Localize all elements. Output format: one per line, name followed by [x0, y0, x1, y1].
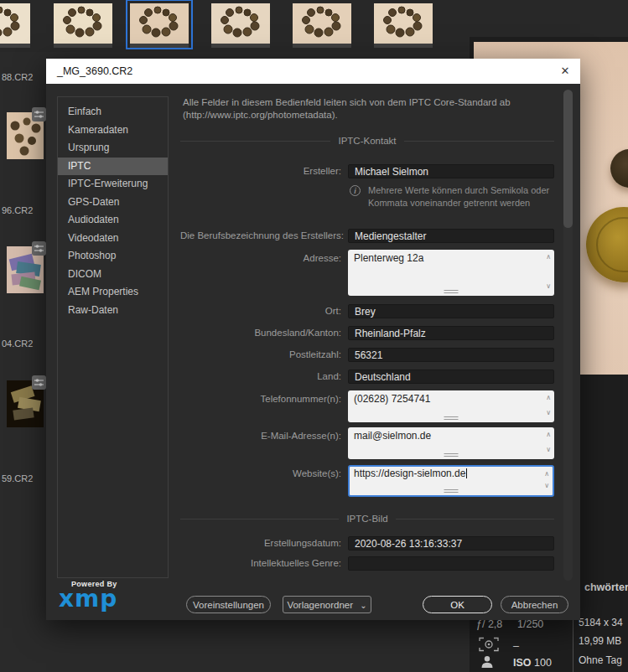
- website-textarea-focused[interactable]: https://design-sielmon.de ∧ ∨: [348, 465, 554, 497]
- filmstrip-thumbnail[interactable]: [54, 3, 112, 48]
- address-textarea[interactable]: Plenterweg 12a ∧ ∨: [348, 250, 554, 296]
- creation-date-label: Erstellungsdatum:: [180, 538, 341, 548]
- creator-label: Ersteller:: [180, 166, 341, 176]
- filmstrip-thumbnail[interactable]: [374, 3, 433, 48]
- filmstrip-thumbnail[interactable]: [0, 3, 30, 48]
- rail-thumbnail[interactable]: [7, 380, 44, 427]
- file-size: 19,99 MB: [579, 635, 621, 647]
- iso-readout: ISO 100: [513, 657, 552, 669]
- resize-grip[interactable]: [444, 416, 459, 420]
- scroll-up-icon[interactable]: ∧: [544, 468, 549, 480]
- resize-grip[interactable]: [444, 453, 459, 457]
- address-label: Adresse:: [180, 253, 341, 263]
- email-textarea[interactable]: mail@sielmon.de ∧ ∨: [348, 427, 554, 459]
- phone-textarea[interactable]: (02628) 7254741 ∧ ∨: [348, 390, 554, 422]
- scroll-down-icon[interactable]: ∨: [546, 407, 551, 419]
- nav-item-photoshop[interactable]: Photoshop: [58, 247, 168, 266]
- website-label: Website(s):: [180, 468, 341, 478]
- resize-grip[interactable]: [444, 489, 459, 493]
- scroll-up-icon[interactable]: ∧: [546, 392, 551, 404]
- image-dimensions: 5184 x 34: [579, 617, 623, 628]
- placard-divider: [573, 617, 574, 672]
- state-input[interactable]: [348, 326, 554, 340]
- cancel-button[interactable]: Abbrechen: [501, 596, 568, 613]
- job-title-input[interactable]: [348, 229, 554, 243]
- xmp-wordmark: xmp: [59, 588, 134, 610]
- template-folder-dropdown[interactable]: Vorlagenordner ⌄: [283, 596, 371, 613]
- scroll-down-icon[interactable]: ∨: [546, 444, 551, 456]
- gold-coin: [586, 207, 628, 282]
- phone-label: Telefonnummer(n):: [180, 394, 341, 404]
- scroll-down-icon[interactable]: ∨: [544, 480, 549, 492]
- dark-coin: [610, 149, 628, 188]
- scrollbar-thumb[interactable]: [563, 90, 573, 228]
- section-header-contact: IPTC-Kontakt: [180, 136, 554, 146]
- genre-label: Intellektuelles Genre:: [180, 558, 341, 568]
- metering-icon: [479, 637, 499, 655]
- postal-code-input[interactable]: [348, 348, 554, 362]
- filmstrip-thumbnail[interactable]: [211, 3, 270, 48]
- section-title: IPTC-Bild: [346, 514, 387, 524]
- file-name: 88.CR2: [2, 72, 33, 82]
- file-name: 04.CR2: [2, 339, 33, 349]
- close-icon[interactable]: ✕: [558, 64, 573, 79]
- nav-item-iptc-erweiterung[interactable]: IPTC-Erweiterung: [58, 175, 168, 194]
- file-name: 96.CR2: [2, 205, 33, 215]
- creation-date-input[interactable]: [348, 536, 554, 551]
- xmp-logo: Powered By xmp: [59, 580, 134, 610]
- scroll-down-icon[interactable]: ∨: [546, 281, 551, 292]
- panel-description: Alle Felder in diesem Bedienfeld leiten …: [183, 96, 555, 121]
- template-folder-label: Vorlagenordner: [287, 600, 353, 610]
- section-title: IPTC-Kontakt: [338, 136, 396, 146]
- nav-item-dicom[interactable]: DICOM: [58, 266, 168, 284]
- text-caret: [466, 468, 467, 478]
- iso-value: 100: [534, 657, 552, 669]
- resize-grip[interactable]: [444, 290, 459, 293]
- genre-input[interactable]: [348, 556, 554, 571]
- scroll-up-icon[interactable]: ∧: [546, 429, 551, 441]
- nav-item-ursprung[interactable]: Ursprung: [58, 139, 168, 158]
- nav-item-iptc[interactable]: IPTC: [58, 158, 168, 176]
- phone-value: (02628) 7254741: [354, 393, 430, 405]
- presets-button[interactable]: Voreinstellungen: [186, 596, 271, 613]
- country-label: Land:: [180, 371, 341, 381]
- email-value: mail@sielmon.de: [354, 430, 431, 442]
- filmstrip-thumbnail-selected[interactable]: [130, 3, 189, 48]
- develop-settings-badge-icon: [32, 107, 46, 121]
- person-icon: [480, 655, 494, 672]
- nav-item-videodaten[interactable]: Videodaten: [58, 230, 168, 248]
- content-rail: 88.CR2 96.CR2 04.CR2: [0, 52, 47, 672]
- nav-item-kameradaten[interactable]: Kameradaten: [58, 121, 168, 140]
- ok-button[interactable]: OK: [423, 596, 492, 613]
- develop-settings-badge-icon: [32, 241, 46, 256]
- filmstrip-thumbnail[interactable]: [293, 3, 351, 48]
- dialog-title: _MG_3690.CR2: [57, 65, 132, 77]
- multi-value-note: Mehrere Werte können durch Semikola oder…: [368, 184, 556, 209]
- nav-item-aem-properties[interactable]: AEM Properties: [58, 283, 168, 302]
- country-input[interactable]: [348, 370, 554, 384]
- email-label: E-Mail-Adresse(n):: [180, 431, 341, 441]
- job-title-label: Die Berufsbezeichnung des Erstellers:: [180, 230, 341, 240]
- nav-item-gps-daten[interactable]: GPS-Daten: [58, 194, 168, 212]
- file-name: 59.CR2: [2, 473, 33, 483]
- address-value: Plenterweg 12a: [354, 252, 423, 264]
- rail-thumbnail[interactable]: [7, 112, 44, 159]
- develop-settings-badge-icon: [32, 375, 46, 390]
- nav-item-audiodaten[interactable]: Audiodaten: [58, 211, 168, 230]
- city-input[interactable]: [348, 304, 554, 318]
- nav-item-einfach[interactable]: Einfach: [58, 103, 168, 121]
- tag-status: Ohne Tag: [579, 654, 622, 666]
- city-label: Ort:: [180, 306, 341, 316]
- nav-item-raw-daten[interactable]: Raw-Daten: [58, 302, 168, 320]
- aperture-value: ƒ/ 2,8: [476, 618, 502, 630]
- shutter-value: 1/250: [517, 618, 543, 630]
- dialog-scrollbar[interactable]: [563, 90, 573, 581]
- postal-code-label: Postleitzahl:: [180, 349, 341, 359]
- section-header-image: IPTC-Bild: [180, 514, 554, 524]
- rail-thumbnail[interactable]: [7, 246, 44, 293]
- scroll-up-icon[interactable]: ∧: [546, 251, 551, 263]
- bridge-window: { "filmstrip": { "selected_index": 2, "t…: [0, 0, 628, 672]
- website-value: https://design-sielmon.de: [354, 468, 465, 479]
- info-icon: i: [350, 185, 361, 196]
- creator-input[interactable]: [348, 164, 554, 178]
